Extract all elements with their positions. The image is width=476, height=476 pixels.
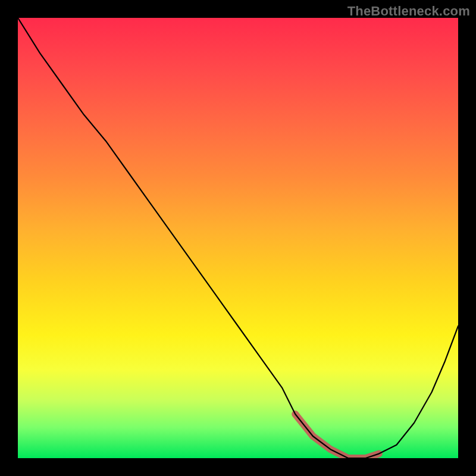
- watermark-label: TheBottleneck.com: [347, 4, 470, 19]
- optimal-range-highlight: [295, 414, 379, 458]
- plot-area: [18, 18, 458, 458]
- chart-canvas: TheBottleneck.com: [0, 0, 476, 476]
- curve-svg: [18, 18, 458, 458]
- bottleneck-curve: [18, 18, 458, 458]
